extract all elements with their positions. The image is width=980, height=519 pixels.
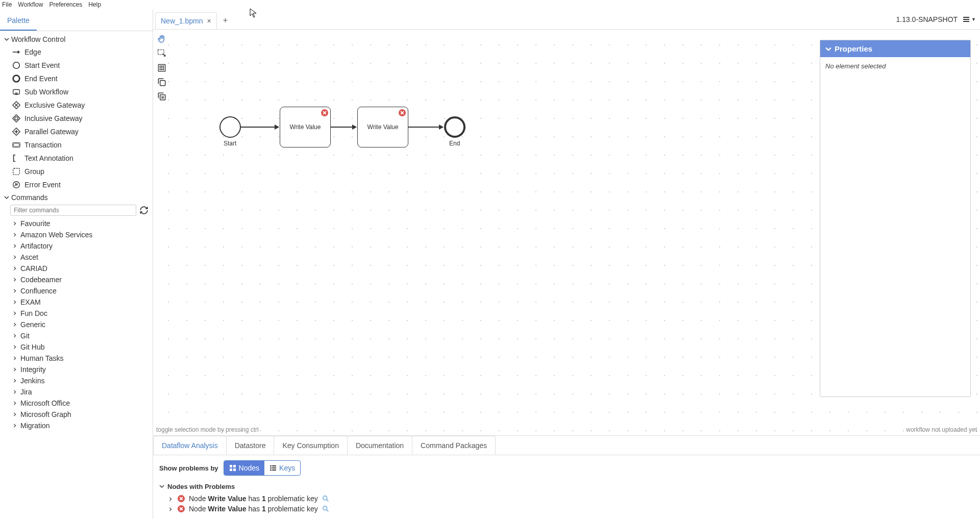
command-group[interactable]: Human Tasks	[0, 353, 153, 364]
tab-datastore[interactable]: Datastore	[226, 436, 275, 455]
menu-preferences[interactable]: Preferences	[49, 1, 82, 8]
svg-point-2	[13, 76, 20, 82]
command-group-label: Human Tasks	[20, 354, 64, 362]
chevron-right-icon	[11, 255, 18, 259]
palette-item-parallel-gateway[interactable]: Parallel Gateway	[0, 125, 153, 138]
command-group[interactable]: Jira	[0, 386, 153, 398]
command-group[interactable]: Jenkins	[0, 375, 153, 386]
problem-row[interactable]: Node Write Value has 1 problematic key	[159, 504, 974, 514]
tab-dataflow-analysis[interactable]: Dataflow Analysis	[153, 436, 227, 455]
palette-item-edge[interactable]: Edge	[0, 45, 153, 59]
menu-button[interactable]: ▼	[963, 16, 976, 23]
tab-key-consumption[interactable]: Key Consumption	[274, 436, 348, 455]
left-panel: Palette Workflow Control EdgeStart Event…	[0, 9, 153, 519]
caret-down-icon	[3, 195, 10, 200]
command-group-label: Generic	[20, 320, 45, 329]
palette-item-start-event[interactable]: Start Event	[0, 59, 153, 72]
command-group[interactable]: Favourite	[0, 218, 153, 229]
palette-item-label: Text Annotation	[24, 154, 74, 162]
magnify-icon[interactable]	[322, 495, 329, 502]
text-annotation-icon	[11, 153, 21, 163]
commands-label: Commands	[11, 193, 48, 202]
command-group[interactable]: Confluence	[0, 285, 153, 296]
command-group[interactable]: EXAM	[0, 296, 153, 308]
refresh-icon[interactable]	[138, 206, 150, 215]
command-group-label: Jenkins	[20, 377, 44, 385]
chevron-right-icon	[11, 266, 18, 270]
palette-item-label: Group	[24, 167, 44, 176]
command-group[interactable]: Migration	[0, 420, 153, 431]
list-icon	[270, 464, 277, 472]
menu-help[interactable]: Help	[88, 1, 101, 8]
problems-header[interactable]: Nodes with Problems	[159, 483, 974, 490]
command-group[interactable]: Artifactory	[0, 240, 153, 252]
start-event-node[interactable]	[219, 116, 241, 138]
seg-nodes[interactable]: Nodes	[224, 461, 264, 475]
palette-item-error-event[interactable]: Error Event	[0, 178, 153, 191]
svg-point-37	[323, 506, 327, 510]
command-group-label: CARIAD	[20, 264, 47, 273]
menu-file[interactable]: File	[2, 1, 12, 8]
task-label: Write Value	[368, 123, 399, 131]
command-group-label: Migration	[20, 422, 50, 430]
seg-keys[interactable]: Keys	[264, 461, 300, 475]
filter-commands-input[interactable]	[10, 205, 136, 216]
properties-header[interactable]: Properties	[820, 40, 970, 57]
command-group[interactable]: Amazon Web Services	[0, 229, 153, 240]
menu-workflow[interactable]: Workflow	[18, 1, 43, 8]
svg-rect-32	[272, 467, 276, 468]
edge[interactable]	[408, 127, 443, 128]
error-icon	[178, 505, 185, 512]
show-problems-label: Show problems by	[159, 464, 218, 472]
palette-item-transaction[interactable]: Transaction	[0, 138, 153, 152]
command-group[interactable]: Microsoft Office	[0, 398, 153, 409]
command-group[interactable]: Integrity	[0, 364, 153, 375]
svg-point-7	[15, 117, 18, 120]
tab-documentation[interactable]: Documentation	[347, 436, 412, 455]
caret-down-icon	[159, 483, 164, 490]
chevron-right-icon	[11, 424, 18, 428]
problems-header-label: Nodes with Problems	[167, 483, 235, 490]
command-group[interactable]: Codebeamer	[0, 274, 153, 285]
palette-tab[interactable]: Palette	[0, 12, 37, 31]
command-group[interactable]: Ascet	[0, 252, 153, 263]
menubar: File Workflow Preferences Help	[0, 0, 980, 9]
chevron-right-icon	[168, 505, 176, 513]
end-event-node[interactable]	[444, 116, 465, 138]
palette-item-sub-workflow[interactable]: Sub Workflow	[0, 85, 153, 98]
chevron-right-icon	[11, 289, 18, 293]
magnify-icon[interactable]	[322, 505, 329, 512]
task-label: Write Value	[290, 123, 321, 131]
command-group[interactable]: Git Hub	[0, 341, 153, 353]
file-tab-label: New_1.bpmn	[161, 17, 203, 25]
task-node-2[interactable]: Write Value	[357, 107, 408, 147]
workflow-control-header[interactable]: Workflow Control	[0, 33, 153, 45]
command-group[interactable]: Microsoft Graph	[0, 409, 153, 420]
problem-row[interactable]: Node Write Value has 1 problematic key	[159, 493, 974, 504]
commands-header[interactable]: Commands	[0, 191, 153, 204]
chevron-right-icon	[11, 379, 18, 383]
edge[interactable]	[331, 127, 356, 128]
task-node-1[interactable]: Write Value	[280, 107, 331, 147]
command-group[interactable]: Generic	[0, 319, 153, 330]
edge[interactable]	[241, 127, 279, 128]
end-event-icon	[11, 73, 21, 84]
palette-item-exclusive-gateway[interactable]: Exclusive Gateway	[0, 98, 153, 112]
add-tab-button[interactable]: +	[217, 12, 234, 29]
file-tab[interactable]: New_1.bpmn ×	[155, 12, 217, 29]
close-tab-icon[interactable]: ×	[207, 17, 211, 25]
command-group[interactable]: Git	[0, 330, 153, 341]
command-group[interactable]: Fun Doc	[0, 308, 153, 319]
command-group[interactable]: CARIAD	[0, 263, 153, 274]
workflow-control-label: Workflow Control	[11, 35, 65, 43]
canvas[interactable]: Start Write Value	[153, 30, 980, 435]
palette-item-group[interactable]: Group	[0, 165, 153, 178]
command-group-label: Microsoft Office	[20, 399, 70, 407]
chevron-right-icon	[11, 367, 18, 372]
tab-command-packages[interactable]: Command Packages	[412, 436, 496, 455]
svg-rect-10	[13, 168, 20, 175]
palette-item-inclusive-gateway[interactable]: Inclusive Gateway	[0, 112, 153, 125]
palette-item-text-annotation[interactable]: Text Annotation	[0, 152, 153, 165]
transaction-icon	[11, 140, 21, 150]
palette-item-end-event[interactable]: End Event	[0, 72, 153, 85]
